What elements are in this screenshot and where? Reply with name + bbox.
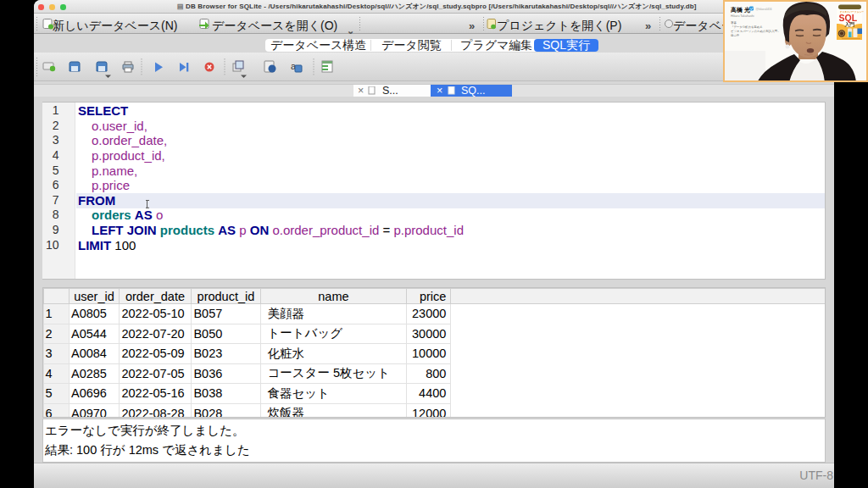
svg-text:高橋 光: 高橋 光 [731, 6, 750, 14]
svg-text:発売中: 発売中 [731, 34, 739, 37]
svg-text:ビジネスパーソンのためのSQL入門』: ビジネスパーソンのためのSQL入門』 [731, 30, 781, 33]
svg-text:@hikaru0416: @hikaru0416 [756, 8, 772, 11]
svg-text:『データ分析力を高める: 『データ分析力を高める [731, 25, 763, 29]
svg-text:入門: 入門 [844, 21, 855, 28]
svg-text:Hikaru Takahashi: Hikaru Takahashi [731, 14, 754, 18]
svg-text:著書: 著書 [731, 21, 737, 25]
